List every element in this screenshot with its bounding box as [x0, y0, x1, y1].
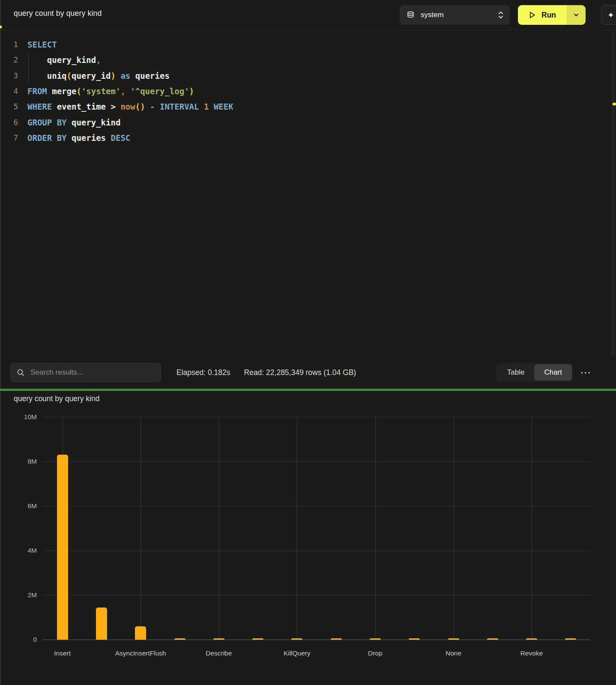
code-lines: 1SELECT2 query_kind,3 uniq(query_id) as …	[0, 37, 616, 146]
bar-unlabeled-10[interactable]	[409, 638, 420, 640]
bar-unlabeled-14[interactable]	[565, 638, 576, 640]
y-axis-tick-label: 10M	[0, 413, 37, 421]
results-toolbar: Elapsed: 0.182s Read: 22,285,349 rows (1…	[0, 356, 616, 389]
gridline-horizontal	[43, 506, 590, 506]
search-icon	[17, 369, 24, 376]
topbar: query count by query kind system Run	[0, 0, 616, 30]
overview-ruler[interactable]	[612, 31, 616, 356]
code-text: WHERE event_time > now() - INTERVAL 1 WE…	[18, 102, 233, 111]
line-number: 3	[0, 71, 18, 80]
sql-editor[interactable]: 1SELECT2 query_kind,3 uniq(query_id) as …	[0, 31, 616, 356]
line-number: 2	[0, 56, 18, 64]
gridline-horizontal	[43, 417, 590, 417]
line-number: 1	[0, 40, 18, 49]
x-axis-tick-label: None	[415, 649, 492, 657]
code-text: FROM merge('system', '^query_log')	[18, 86, 194, 96]
code-text: ORDER BY queries DESC	[18, 133, 130, 143]
gridline-vertical	[375, 417, 376, 640]
gridline-vertical	[141, 417, 141, 640]
line-number: 4	[0, 87, 18, 95]
gridline-horizontal	[43, 595, 590, 596]
x-axis-line	[43, 640, 590, 640]
ai-assist-button[interactable]: ✦	[601, 5, 616, 25]
run-button[interactable]: Run	[518, 5, 567, 25]
code-text: uniq(query_id) as queries	[18, 71, 170, 80]
code-line: 2 query_kind,	[0, 52, 616, 68]
bar-chart: 10M8M6M4M2M0InsertAsyncInsertFlushDescri…	[0, 391, 616, 685]
database-icon	[407, 11, 415, 20]
elapsed-stat: Elapsed: 0.182s	[176, 368, 230, 377]
x-axis-tick-label: Describe	[180, 649, 257, 657]
view-toggle: Table Chart	[496, 363, 573, 382]
tab-table[interactable]: Table	[497, 364, 535, 381]
code-text: SELECT	[18, 40, 57, 49]
code-line: 3 uniq(query_id) as queries	[0, 68, 616, 83]
y-axis-tick-label: 6M	[0, 502, 37, 510]
play-icon	[528, 11, 536, 19]
y-axis-tick-label: 8M	[0, 458, 37, 465]
ellipsis-icon: ⋯	[580, 366, 591, 379]
code-line: 7ORDER BY queries DESC	[0, 130, 616, 146]
chevron-down-icon	[573, 12, 579, 18]
code-text: query_kind,	[18, 55, 101, 65]
gridline-vertical	[532, 417, 532, 640]
code-line: 4FROM merge('system', '^query_log')	[0, 83, 616, 99]
query-title: query count by query kind	[14, 9, 102, 18]
search-box	[10, 363, 161, 382]
run-button-label: Run	[541, 11, 556, 20]
bar-Insert[interactable]	[57, 455, 68, 640]
code-line: 1SELECT	[0, 37, 616, 52]
indent-guide	[28, 52, 29, 83]
code-line: 5WHERE event_time > now() - INTERVAL 1 W…	[0, 99, 616, 114]
code-line: 6GROUP BY query_kind	[0, 114, 616, 130]
gridline-vertical	[454, 417, 454, 640]
run-options-button[interactable]	[567, 5, 586, 25]
bar-Drop[interactable]	[370, 638, 381, 640]
gridline-horizontal	[43, 551, 590, 551]
bar-unlabeled-8[interactable]	[331, 638, 342, 640]
x-axis-tick-label: Revoke	[493, 649, 570, 657]
sql-console: { "topbar": { "title": "query count by q…	[0, 0, 616, 685]
y-axis-tick-label: 4M	[0, 547, 37, 554]
gridline-horizontal	[43, 462, 590, 462]
gridline-vertical	[297, 417, 297, 640]
tab-chart[interactable]: Chart	[534, 364, 572, 381]
updown-chevron-icon	[498, 10, 504, 20]
y-axis-tick-label: 2M	[0, 591, 37, 599]
run-split-button: Run	[518, 5, 586, 25]
bar-unlabeled-12[interactable]	[487, 638, 498, 640]
more-options-button[interactable]: ⋯	[580, 370, 591, 375]
y-axis-tick-label: 0	[0, 636, 37, 643]
bar-unlabeled-4[interactable]	[174, 638, 185, 640]
x-axis-tick-label: KillQuery	[258, 649, 336, 657]
search-results-input[interactable]	[30, 368, 155, 377]
chart-panel: query count by query kind 10M8M6M4M2M0In…	[0, 391, 616, 685]
bar-KillQuery[interactable]	[291, 638, 302, 640]
x-axis-tick-label: AsyncInsertFlush	[102, 649, 179, 657]
bar-None[interactable]	[448, 638, 459, 640]
code-text: GROUP BY query_kind	[18, 118, 120, 127]
line-number: 6	[0, 118, 18, 127]
database-selector-value: system	[421, 11, 444, 19]
read-stat: Read: 22,285,349 rows (1.04 GB)	[244, 368, 356, 377]
overview-ruler-marker	[613, 103, 616, 105]
line-number: 5	[0, 102, 18, 111]
bar-unlabeled-6[interactable]	[252, 638, 263, 640]
line-number: 7	[0, 134, 18, 142]
bar-AsyncInsertFlush[interactable]	[135, 626, 146, 640]
x-axis-tick-label: Insert	[24, 649, 101, 657]
sparkle-icon: ✦	[607, 10, 614, 20]
database-selector[interactable]: system	[400, 5, 510, 25]
bar-unlabeled-2[interactable]	[96, 608, 107, 640]
x-axis-tick-label: Drop	[336, 649, 414, 657]
bar-Revoke[interactable]	[526, 638, 537, 640]
gridline-vertical	[219, 417, 219, 640]
bar-Describe[interactable]	[213, 638, 224, 640]
